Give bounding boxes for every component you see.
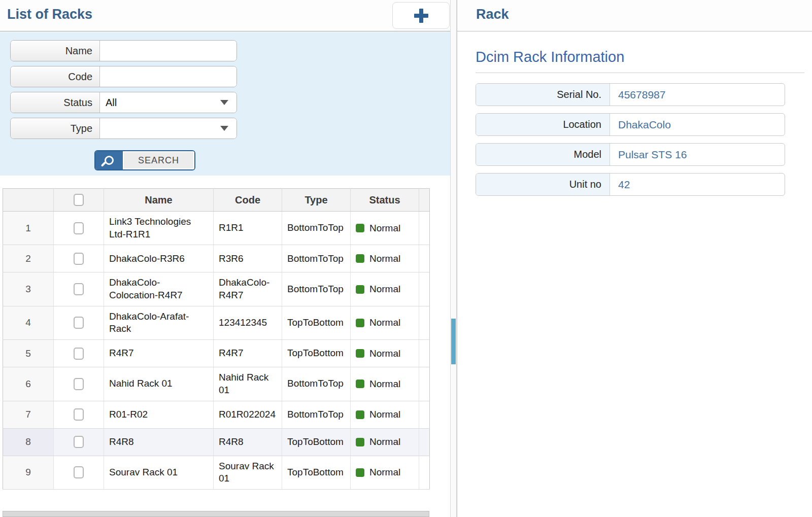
status-badge: Normal bbox=[369, 253, 400, 264]
column-header-type[interactable]: Type bbox=[282, 189, 351, 212]
name-filter-row: Name bbox=[10, 40, 237, 61]
status-filter-select[interactable]: All bbox=[100, 92, 236, 113]
chevron-down-icon bbox=[220, 126, 228, 131]
search-filter-panel: Name Code Status All Type bbox=[0, 32, 450, 176]
model-value: Pulsar STS 16 bbox=[610, 144, 785, 165]
rack-name: Sourav Rack 01 bbox=[109, 466, 208, 479]
table-row[interactable]: 6 Nahid Rack 01 Nahid Rack 01 BottomToTo… bbox=[3, 367, 430, 401]
table-row-selected[interactable]: 8 R4R8 R4R8 TopToBottom Normal bbox=[3, 428, 430, 456]
rack-name: R4R8 bbox=[109, 436, 208, 449]
model-label: Model bbox=[476, 144, 610, 165]
type-filter-label: Type bbox=[11, 118, 100, 139]
rack-code: R4R7 bbox=[219, 347, 277, 360]
rack-name: R4R7 bbox=[109, 347, 208, 360]
rack-name: DhakaColo-R3R6 bbox=[109, 253, 208, 265]
row-number: 4 bbox=[3, 306, 54, 339]
table-row[interactable]: 9 Sourav Rack 01 Sourav Rack 01 TopToBot… bbox=[3, 456, 430, 489]
table-row[interactable]: 3 DhakaColo-Colocation-R4R7 DhakaColo-R4… bbox=[3, 272, 430, 306]
plus-icon bbox=[414, 9, 428, 23]
location-field: Location DhakaColo bbox=[476, 113, 785, 136]
status-square-icon bbox=[356, 438, 364, 446]
row-checkbox[interactable] bbox=[74, 283, 84, 295]
chevron-down-icon bbox=[220, 100, 228, 105]
search-button[interactable]: SEARCH bbox=[94, 150, 195, 170]
type-filter-select[interactable] bbox=[100, 118, 236, 139]
section-divider bbox=[476, 73, 804, 73]
row-number: 3 bbox=[3, 272, 54, 306]
unit-no-value: 42 bbox=[610, 174, 785, 195]
rack-name: DhakaColo-Colocation-R4R7 bbox=[109, 277, 208, 301]
search-button-label: SEARCH bbox=[123, 151, 194, 169]
racks-list-header: List of Racks bbox=[0, 0, 450, 31]
rack-code: R1R1 bbox=[219, 222, 277, 234]
row-checkbox[interactable] bbox=[74, 466, 84, 478]
rack-code: Nahid Rack 01 bbox=[219, 371, 277, 396]
rack-code: R01R022024 bbox=[219, 408, 277, 421]
rack-type: TopToBottom bbox=[287, 436, 345, 449]
rack-type: BottomToTop bbox=[287, 283, 345, 296]
row-checkbox[interactable] bbox=[74, 222, 84, 234]
rack-type: TopToBottom bbox=[287, 347, 345, 360]
row-number: 6 bbox=[3, 367, 54, 401]
select-all-checkbox[interactable] bbox=[74, 194, 84, 206]
code-filter-row: Code bbox=[10, 66, 237, 87]
add-rack-button[interactable] bbox=[392, 2, 450, 29]
column-header-name[interactable]: Name bbox=[104, 189, 214, 212]
status-badge: Normal bbox=[369, 467, 400, 478]
rack-code: R4R8 bbox=[219, 436, 277, 449]
rack-type: BottomToTop bbox=[287, 222, 345, 234]
row-number: 8 bbox=[3, 428, 54, 456]
rack-type: BottomToTop bbox=[287, 377, 345, 390]
table-row[interactable]: 2 DhakaColo-R3R6 R3R6 BottomToTop Normal bbox=[3, 245, 430, 272]
status-badge: Normal bbox=[369, 409, 400, 420]
racks-list-panel: List of Racks Name Code Status All bbox=[0, 0, 450, 517]
rack-information-section: Dcim Rack Information Serial No. 4567898… bbox=[457, 31, 804, 196]
rack-type: BottomToTop bbox=[287, 408, 345, 421]
location-value: DhakaColo bbox=[610, 114, 785, 135]
row-checkbox[interactable] bbox=[74, 317, 84, 329]
rack-name: DhakaColo-Arafat-Rack bbox=[109, 311, 208, 335]
status-square-icon bbox=[356, 349, 364, 358]
row-number: 9 bbox=[3, 456, 54, 489]
detail-panel-title: Rack bbox=[476, 7, 509, 22]
status-filter-label: Status bbox=[11, 92, 100, 113]
row-checkbox[interactable] bbox=[74, 253, 84, 265]
column-header-spacer bbox=[419, 189, 430, 212]
rack-code: Sourav Rack 01 bbox=[219, 460, 277, 485]
serial-no-value: 45678987 bbox=[610, 84, 785, 106]
row-checkbox[interactable] bbox=[74, 378, 84, 390]
row-checkbox[interactable] bbox=[74, 408, 84, 421]
serial-no-label: Serial No. bbox=[476, 84, 610, 106]
unit-no-label: Unit no bbox=[476, 174, 610, 195]
dcim-rack-app: List of Racks Name Code Status All bbox=[0, 0, 812, 517]
table-row[interactable]: 4 DhakaColo-Arafat-Rack 123412345 TopToB… bbox=[3, 306, 430, 339]
rack-name: R01-R02 bbox=[109, 408, 208, 421]
rack-detail-panel: Rack Dcim Rack Information Serial No. 45… bbox=[457, 0, 812, 517]
rack-name: Link3 Technologies Ltd-R1R1 bbox=[109, 216, 208, 240]
table-row[interactable]: 5 R4R7 R4R7 TopToBottom Normal bbox=[3, 340, 430, 367]
table-footer-bar bbox=[3, 511, 429, 517]
name-filter-label: Name bbox=[11, 41, 100, 61]
column-header-status[interactable]: Status bbox=[351, 189, 419, 212]
column-header-code[interactable]: Code bbox=[214, 189, 282, 212]
name-filter-input[interactable] bbox=[100, 41, 237, 61]
page-title: List of Racks bbox=[7, 7, 92, 22]
status-square-icon bbox=[356, 254, 364, 263]
row-checkbox[interactable] bbox=[74, 348, 84, 360]
vertical-scrollbar[interactable] bbox=[450, 0, 457, 517]
table-row[interactable]: 1 Link3 Technologies Ltd-R1R1 R1R1 Botto… bbox=[3, 212, 430, 245]
table-row[interactable]: 7 R01-R02 R01R022024 BottomToTop Normal bbox=[3, 401, 430, 428]
search-icon bbox=[95, 151, 123, 169]
rack-code: 123412345 bbox=[219, 317, 277, 329]
location-label: Location bbox=[476, 114, 610, 135]
code-filter-input[interactable] bbox=[100, 66, 237, 87]
row-number: 2 bbox=[3, 245, 54, 272]
scrollbar-thumb[interactable] bbox=[451, 319, 456, 364]
row-number: 1 bbox=[3, 212, 54, 245]
status-badge: Normal bbox=[369, 348, 400, 359]
row-checkbox[interactable] bbox=[74, 436, 84, 448]
column-header-index bbox=[3, 189, 54, 212]
racks-table: Name Code Type Status 1 Link3 Technologi… bbox=[3, 188, 430, 490]
rack-type: TopToBottom bbox=[287, 466, 345, 479]
status-square-icon bbox=[356, 285, 364, 294]
